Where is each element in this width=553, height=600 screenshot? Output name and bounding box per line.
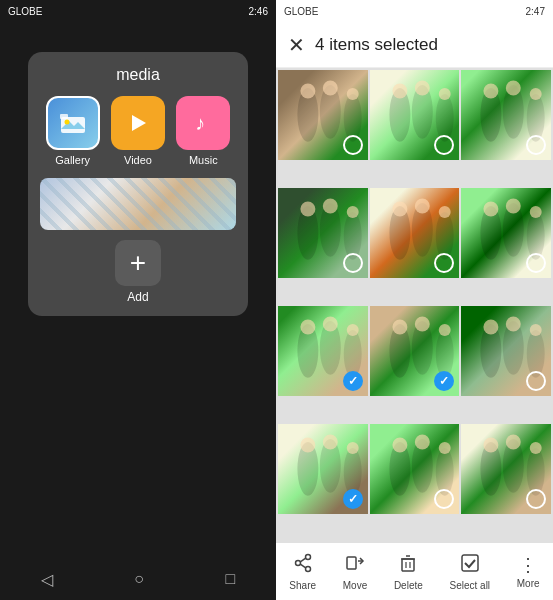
check-overlay-2[interactable] — [434, 135, 454, 155]
svg-point-53 — [438, 324, 450, 336]
svg-point-70 — [414, 434, 429, 449]
move-label: Move — [343, 580, 367, 591]
svg-point-76 — [506, 434, 521, 449]
svg-line-81 — [300, 558, 305, 562]
select-all-toolbar-item[interactable]: Select all — [450, 553, 491, 591]
media-title: media — [40, 66, 236, 84]
svg-point-45 — [300, 319, 315, 334]
svg-point-29 — [347, 206, 359, 218]
more-label: More — [517, 578, 540, 589]
svg-marker-4 — [132, 115, 146, 131]
check-overlay-6[interactable] — [526, 253, 546, 273]
delete-icon — [398, 553, 418, 578]
svg-point-11 — [347, 88, 359, 100]
svg-point-35 — [438, 206, 450, 218]
gallery-icon[interactable] — [46, 96, 100, 150]
video-item[interactable]: Video — [111, 96, 165, 166]
recent-nav-icon[interactable]: □ — [226, 570, 236, 588]
status-bar-right: GLOBE 2:47 — [276, 0, 553, 22]
check-overlay-9[interactable] — [526, 371, 546, 391]
add-button[interactable]: + Add — [40, 240, 236, 304]
svg-point-71 — [438, 442, 450, 454]
close-button[interactable]: ✕ — [288, 35, 305, 55]
svg-point-27 — [300, 201, 315, 216]
svg-point-77 — [530, 442, 542, 454]
check-overlay-11[interactable] — [434, 489, 454, 509]
photo-cell-12[interactable] — [461, 424, 551, 514]
check-overlay-1[interactable] — [343, 135, 363, 155]
photo-cell-8[interactable] — [370, 306, 460, 396]
photo-cell-1[interactable] — [278, 70, 368, 160]
add-circle-icon[interactable]: + — [115, 240, 161, 286]
svg-point-51 — [392, 319, 407, 334]
share-icon — [293, 553, 313, 578]
svg-point-21 — [484, 83, 499, 98]
svg-point-40 — [506, 198, 521, 213]
more-toolbar-item[interactable]: ⋮ More — [517, 554, 540, 589]
svg-point-17 — [438, 88, 450, 100]
check-overlay-7[interactable] — [343, 371, 363, 391]
photo-cell-6[interactable] — [461, 188, 551, 278]
video-icon[interactable] — [111, 96, 165, 150]
media-container: media Gallery — [28, 52, 248, 316]
photo-cell-4[interactable] — [278, 188, 368, 278]
photo-cell-10[interactable] — [278, 424, 368, 514]
home-nav-icon[interactable]: ○ — [134, 570, 144, 588]
photo-cell-2[interactable] — [370, 70, 460, 160]
music-label: Music — [189, 154, 218, 166]
left-panel: GLOBE 2:46 media Gallery — [0, 0, 276, 600]
photo-cell-3[interactable] — [461, 70, 551, 160]
bottom-nav-left: ◁ ○ □ — [0, 558, 276, 600]
check-overlay-10[interactable] — [343, 489, 363, 509]
svg-point-33 — [392, 201, 407, 216]
delete-toolbar-item[interactable]: Delete — [394, 553, 423, 591]
svg-line-82 — [300, 564, 305, 568]
svg-point-64 — [323, 434, 338, 449]
svg-point-69 — [392, 437, 407, 452]
svg-point-34 — [414, 198, 429, 213]
time-right: 2:47 — [526, 6, 545, 17]
photo-cell-11[interactable] — [370, 424, 460, 514]
photo-grid — [276, 68, 553, 542]
svg-point-58 — [506, 316, 521, 331]
svg-point-47 — [347, 324, 359, 336]
music-icon[interactable]: ♪ — [176, 96, 230, 150]
svg-point-59 — [530, 324, 542, 336]
svg-point-2 — [64, 120, 69, 125]
carrier-right: GLOBE — [284, 6, 318, 17]
svg-point-52 — [414, 316, 429, 331]
back-nav-icon[interactable]: ◁ — [41, 570, 53, 589]
check-overlay-12[interactable] — [526, 489, 546, 509]
svg-point-46 — [323, 316, 338, 331]
gallery-item[interactable]: Gallery — [46, 96, 100, 166]
svg-point-23 — [530, 88, 542, 100]
check-overlay-3[interactable] — [526, 135, 546, 155]
move-toolbar-item[interactable]: Move — [343, 553, 367, 591]
carrier-left: GLOBE — [8, 6, 42, 17]
svg-point-78 — [305, 554, 310, 559]
svg-point-28 — [323, 198, 338, 213]
check-overlay-4[interactable] — [343, 253, 363, 273]
check-overlay-8[interactable] — [434, 371, 454, 391]
add-label: Add — [127, 290, 148, 304]
svg-text:♪: ♪ — [195, 112, 205, 134]
check-overlay-5[interactable] — [434, 253, 454, 273]
svg-point-65 — [347, 442, 359, 454]
media-preview — [40, 178, 236, 230]
select-all-icon — [460, 553, 480, 578]
svg-point-16 — [414, 80, 429, 95]
photo-cell-7[interactable] — [278, 306, 368, 396]
photo-cell-9[interactable] — [461, 306, 551, 396]
share-label: Share — [289, 580, 316, 591]
svg-point-9 — [300, 83, 315, 98]
delete-label: Delete — [394, 580, 423, 591]
video-label: Video — [124, 154, 152, 166]
share-toolbar-item[interactable]: Share — [289, 553, 316, 591]
photo-cell-5[interactable] — [370, 188, 460, 278]
svg-point-75 — [484, 437, 499, 452]
media-icons-row: Gallery Video ♪ Music — [40, 96, 236, 166]
selected-count-label: 4 items selected — [315, 35, 438, 55]
top-bar: ✕ 4 items selected — [276, 22, 553, 68]
music-item[interactable]: ♪ Music — [176, 96, 230, 166]
svg-point-80 — [305, 566, 310, 571]
